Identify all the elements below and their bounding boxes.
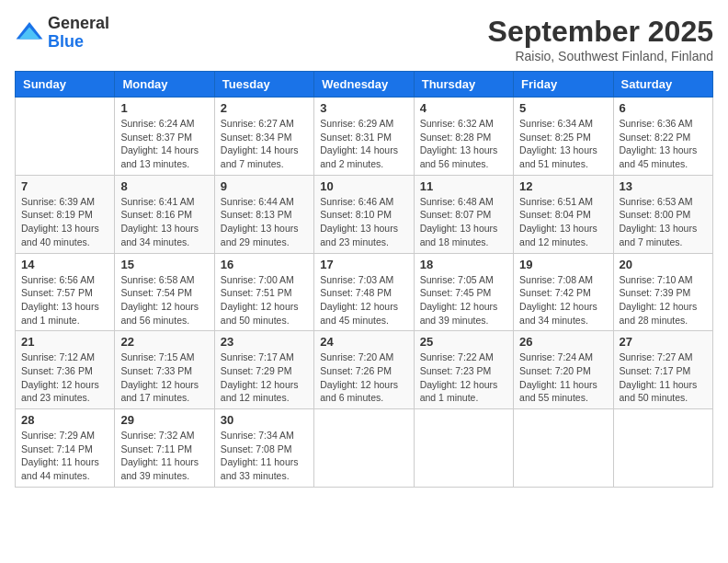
day-number: 18 [420, 258, 507, 271]
day-info: Sunrise: 6:56 AMSunset: 7:57 PMDaylight:… [21, 273, 108, 327]
calendar-table: SundayMondayTuesdayWednesdayThursdayFrid… [15, 71, 713, 488]
day-number: 28 [21, 413, 108, 427]
calendar-week-0: 1Sunrise: 6:24 AMSunset: 8:37 PMDaylight… [16, 98, 713, 176]
day-info: Sunrise: 6:44 AMSunset: 8:13 PMDaylight:… [221, 195, 308, 249]
calendar-cell: 30Sunrise: 7:34 AMSunset: 7:08 PMDayligh… [214, 409, 313, 488]
weekday-header-saturday: Saturday [613, 72, 712, 98]
weekday-header-sunday: Sunday [16, 72, 115, 98]
day-number: 12 [519, 179, 607, 193]
day-number: 25 [420, 335, 507, 349]
day-number: 30 [221, 413, 308, 427]
day-number: 15 [120, 258, 208, 271]
day-number: 14 [21, 258, 108, 271]
calendar-cell: 2Sunrise: 6:27 AMSunset: 8:34 PMDaylight… [214, 98, 313, 176]
day-number: 9 [221, 179, 308, 193]
calendar-cell: 28Sunrise: 7:29 AMSunset: 7:14 PMDayligh… [16, 409, 115, 488]
title-block: September 2025 Raisio, Southwest Finland… [488, 15, 713, 63]
day-info: Sunrise: 6:48 AMSunset: 8:07 PMDaylight:… [420, 195, 507, 249]
calendar-cell: 10Sunrise: 6:46 AMSunset: 8:10 PMDayligh… [314, 175, 414, 253]
calendar-cell: 25Sunrise: 7:22 AMSunset: 7:23 PMDayligh… [414, 331, 513, 409]
day-number: 16 [221, 258, 308, 271]
day-number: 3 [320, 101, 407, 115]
logo-text: General Blue [48, 15, 109, 52]
calendar-cell: 5Sunrise: 6:34 AMSunset: 8:25 PMDaylight… [514, 98, 613, 176]
logo-icon [15, 18, 44, 48]
calendar-cell: 26Sunrise: 7:24 AMSunset: 7:20 PMDayligh… [514, 331, 613, 409]
day-number: 4 [420, 101, 507, 115]
logo: General Blue [15, 15, 109, 52]
day-number: 17 [320, 258, 407, 271]
day-info: Sunrise: 7:10 AMSunset: 7:39 PMDaylight:… [620, 273, 707, 327]
calendar-cell [16, 98, 115, 176]
calendar-cell: 23Sunrise: 7:17 AMSunset: 7:29 PMDayligh… [214, 331, 313, 409]
calendar-cell: 11Sunrise: 6:48 AMSunset: 8:07 PMDayligh… [414, 175, 513, 253]
calendar-cell: 15Sunrise: 6:58 AMSunset: 7:54 PMDayligh… [115, 253, 214, 331]
weekday-header-tuesday: Tuesday [214, 72, 313, 98]
calendar-week-1: 7Sunrise: 6:39 AMSunset: 8:19 PMDaylight… [16, 175, 713, 253]
calendar-cell [414, 409, 513, 488]
day-number: 6 [620, 101, 707, 115]
day-info: Sunrise: 7:34 AMSunset: 7:08 PMDaylight:… [221, 429, 308, 483]
day-info: Sunrise: 7:15 AMSunset: 7:33 PMDaylight:… [120, 350, 208, 405]
calendar-cell: 21Sunrise: 7:12 AMSunset: 7:36 PMDayligh… [16, 331, 115, 409]
day-info: Sunrise: 7:17 AMSunset: 7:29 PMDaylight:… [221, 350, 308, 405]
calendar-cell: 3Sunrise: 6:29 AMSunset: 8:31 PMDaylight… [314, 98, 414, 176]
calendar-cell: 16Sunrise: 7:00 AMSunset: 7:51 PMDayligh… [214, 253, 313, 331]
day-info: Sunrise: 7:05 AMSunset: 7:45 PMDaylight:… [420, 273, 507, 327]
day-info: Sunrise: 6:27 AMSunset: 8:34 PMDaylight:… [221, 117, 308, 171]
day-number: 1 [120, 101, 208, 115]
calendar-body: 1Sunrise: 6:24 AMSunset: 8:37 PMDaylight… [16, 98, 713, 488]
day-info: Sunrise: 7:08 AMSunset: 7:42 PMDaylight:… [519, 273, 607, 327]
day-number: 27 [620, 335, 707, 349]
calendar-cell: 6Sunrise: 6:36 AMSunset: 8:22 PMDaylight… [613, 98, 712, 176]
day-number: 10 [320, 179, 407, 193]
calendar-cell: 4Sunrise: 6:32 AMSunset: 8:28 PMDaylight… [414, 98, 513, 176]
day-number: 22 [120, 335, 208, 349]
day-number: 23 [221, 335, 308, 349]
day-info: Sunrise: 6:51 AMSunset: 8:04 PMDaylight:… [519, 195, 607, 249]
day-info: Sunrise: 6:34 AMSunset: 8:25 PMDaylight:… [519, 117, 607, 171]
day-number: 2 [221, 101, 308, 115]
day-info: Sunrise: 7:29 AMSunset: 7:14 PMDaylight:… [21, 429, 108, 483]
day-number: 29 [120, 413, 208, 427]
day-number: 26 [519, 335, 607, 349]
calendar-cell [514, 409, 613, 488]
day-number: 5 [519, 101, 607, 115]
weekday-header-friday: Friday [514, 72, 613, 98]
calendar-cell: 27Sunrise: 7:27 AMSunset: 7:17 PMDayligh… [613, 331, 712, 409]
day-number: 7 [21, 179, 108, 193]
calendar-cell: 14Sunrise: 6:56 AMSunset: 7:57 PMDayligh… [16, 253, 115, 331]
calendar-cell: 13Sunrise: 6:53 AMSunset: 8:00 PMDayligh… [613, 175, 712, 253]
calendar-cell: 1Sunrise: 6:24 AMSunset: 8:37 PMDaylight… [115, 98, 214, 176]
day-number: 11 [420, 179, 507, 193]
calendar-week-4: 28Sunrise: 7:29 AMSunset: 7:14 PMDayligh… [16, 409, 713, 488]
day-info: Sunrise: 6:29 AMSunset: 8:31 PMDaylight:… [320, 117, 407, 171]
calendar-cell: 24Sunrise: 7:20 AMSunset: 7:26 PMDayligh… [314, 331, 414, 409]
day-number: 20 [620, 258, 707, 271]
day-info: Sunrise: 7:22 AMSunset: 7:23 PMDaylight:… [420, 350, 507, 405]
day-info: Sunrise: 7:27 AMSunset: 7:17 PMDaylight:… [620, 350, 707, 405]
day-info: Sunrise: 6:41 AMSunset: 8:16 PMDaylight:… [120, 195, 208, 249]
calendar-cell: 22Sunrise: 7:15 AMSunset: 7:33 PMDayligh… [115, 331, 214, 409]
day-info: Sunrise: 6:32 AMSunset: 8:28 PMDaylight:… [420, 117, 507, 171]
day-info: Sunrise: 7:24 AMSunset: 7:20 PMDaylight:… [519, 350, 607, 405]
day-number: 19 [519, 258, 607, 271]
calendar-cell: 12Sunrise: 6:51 AMSunset: 8:04 PMDayligh… [514, 175, 613, 253]
day-number: 21 [21, 335, 108, 349]
day-info: Sunrise: 7:00 AMSunset: 7:51 PMDaylight:… [221, 273, 308, 327]
location-subtitle: Raisio, Southwest Finland, Finland [488, 49, 713, 63]
weekday-header-monday: Monday [115, 72, 214, 98]
day-info: Sunrise: 7:32 AMSunset: 7:11 PMDaylight:… [120, 429, 208, 483]
calendar-cell: 9Sunrise: 6:44 AMSunset: 8:13 PMDaylight… [214, 175, 313, 253]
day-number: 8 [120, 179, 208, 193]
day-info: Sunrise: 6:36 AMSunset: 8:22 PMDaylight:… [620, 117, 707, 171]
day-number: 13 [620, 179, 707, 193]
weekday-header-thursday: Thursday [414, 72, 513, 98]
day-info: Sunrise: 6:46 AMSunset: 8:10 PMDaylight:… [320, 195, 407, 249]
calendar-week-2: 14Sunrise: 6:56 AMSunset: 7:57 PMDayligh… [16, 253, 713, 331]
calendar-cell: 18Sunrise: 7:05 AMSunset: 7:45 PMDayligh… [414, 253, 513, 331]
day-info: Sunrise: 6:53 AMSunset: 8:00 PMDaylight:… [620, 195, 707, 249]
calendar-cell: 29Sunrise: 7:32 AMSunset: 7:11 PMDayligh… [115, 409, 214, 488]
calendar-cell: 17Sunrise: 7:03 AMSunset: 7:48 PMDayligh… [314, 253, 414, 331]
day-number: 24 [320, 335, 407, 349]
